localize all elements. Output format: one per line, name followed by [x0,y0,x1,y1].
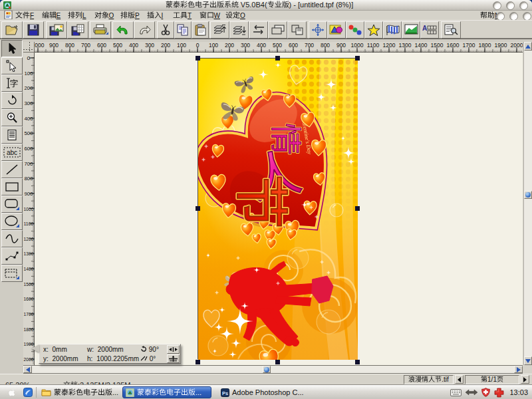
next-page-button[interactable] [521,375,529,384]
chart-button[interactable] [402,21,420,39]
combine-button[interactable] [287,21,307,39]
network-icon[interactable] [466,389,477,396]
menu-item-label [68,11,82,19]
menu-item-E-1[interactable]: E [42,11,61,20]
color-tools-button[interactable] [346,21,364,39]
selection-handle-bottom-center[interactable] [275,360,280,364]
document-system-menu-icon[interactable] [4,11,13,19]
menu-item-F-0[interactable]: F [15,11,34,20]
undo-icon [116,24,130,36]
horizontal-scrollbar[interactable] [23,365,523,374]
y-label: y: [43,355,49,362]
vertical-ruler[interactable]: 0100200300400500600700800900100011001200… [23,53,35,365]
save-button[interactable] [23,21,44,39]
close-button[interactable] [519,1,528,10]
menu-item-T-6[interactable]: T [173,11,192,20]
horizontal-ruler[interactable]: 1000900800700600500400300200100010020030… [35,42,523,53]
menu-item-L-2[interactable]: L [68,11,86,20]
tool-table-grid[interactable] [1,265,23,282]
position-mode-button[interactable] [167,354,180,363]
center-object-button[interactable] [309,21,327,39]
save-image-button[interactable] [46,21,67,39]
previous-page-icon [458,377,461,382]
title-bar[interactable]: V5.0B4() - [untitled.tpf (8%)] [0,0,532,11]
menu-item-I-5[interactable]: I [147,11,164,20]
taskbar-task-photoshop[interactable]: Ps Adobe Photoshop C... [218,386,318,398]
tool-curve[interactable] [1,230,23,247]
taskbar-task-montai[interactable]: ... [122,386,211,398]
menu-item-P-4[interactable]: P [120,11,140,20]
keyboard-icon[interactable] [450,389,462,396]
tool-rounded-rectangle[interactable] [1,196,23,213]
tool-rotate[interactable] [1,92,23,109]
cut-button[interactable] [157,21,174,39]
print-preview-button[interactable] [441,21,461,39]
scroll-right-button[interactable] [514,366,523,373]
selection-handle-top-center[interactable] [275,56,280,61]
canvas[interactable]: Valentine's Day [35,53,523,365]
svg-text:1500: 1500 [24,281,34,287]
selection-handle-bottom-right[interactable] [355,360,360,364]
menu-item-hotkey: P [135,12,140,19]
app-icon [3,1,11,9]
tool-text-block[interactable]: abc [1,144,23,161]
scroll-down-button[interactable] [524,356,532,365]
scroll-left-button[interactable] [23,366,32,373]
horizontal-scroll-thumb[interactable] [263,366,271,373]
selection-handle-top-right[interactable] [355,56,360,61]
chart-icon [404,24,418,36]
bring-forward-button[interactable] [210,21,229,39]
text-grid-button[interactable]: A [420,21,439,39]
undo-button[interactable] [112,21,134,39]
cascade-button[interactable] [268,21,287,39]
ruler-origin-box[interactable] [23,42,35,53]
selection-handle-middle-left[interactable] [196,206,200,211]
selection-handle-top-left[interactable] [196,56,200,61]
quick-launch-icon[interactable] [23,388,33,397]
svg-text:500: 500 [25,130,33,136]
tool-line[interactable] [1,161,23,178]
copy-button[interactable] [174,21,192,39]
minimize-button[interactable] [493,1,501,10]
size-mode-button[interactable] [167,345,180,354]
maximize-button[interactable] [506,1,515,10]
menu-item-label [147,11,162,19]
previous-page-button[interactable] [455,375,464,384]
taskbar-task-folder[interactable]: ... [39,386,118,398]
apple-start-icon[interactable] [7,387,17,398]
selection-handle-bottom-left[interactable] [196,360,200,364]
print-button[interactable] [90,21,111,39]
pattern-fill-button[interactable] [383,21,402,39]
vertical-scroll-thumb[interactable] [524,191,532,199]
tool-polyline[interactable] [1,247,23,265]
scroll-up-button[interactable] [524,42,532,51]
tool-rectangle[interactable] [1,178,23,196]
tool-zoom[interactable] [1,109,23,126]
menu-item-O-3[interactable]: O [94,11,114,20]
svg-text:200: 200 [25,85,33,91]
selection-handle-middle-right[interactable] [355,206,360,211]
send-backward-button[interactable] [229,21,249,39]
save-table-button[interactable] [67,21,88,39]
swap-order-button[interactable] [249,21,268,39]
open-button[interactable] [1,21,23,39]
star-shape-button[interactable] [364,21,383,39]
redo-button[interactable] [134,21,155,39]
tool-text[interactable] [1,74,23,92]
vertical-scrollbar[interactable] [523,42,532,365]
tool-direct-select[interactable] [1,57,23,74]
tool-page-layout[interactable] [1,126,23,144]
paste-button[interactable] [192,21,209,39]
svg-text:300: 300 [25,100,33,106]
red-cross-icon[interactable] [494,388,504,398]
shield-icon[interactable] [481,388,490,397]
insert-shape-button[interactable] [327,21,346,39]
document-page[interactable]: Valentine's Day [198,58,357,359]
menu-item-O-8[interactable]: O [225,11,245,20]
palette-collapse-tab[interactable] [31,344,39,352]
object-info-palette[interactable]: x: 0mm y: 2000mm w: 2000mm h: 1000.2205m… [39,344,181,364]
svg-text:1000: 1000 [24,206,34,212]
tool-select[interactable] [1,40,23,57]
menu-item-W-7[interactable]: W [200,11,220,20]
tool-ellipse[interactable] [1,213,23,230]
